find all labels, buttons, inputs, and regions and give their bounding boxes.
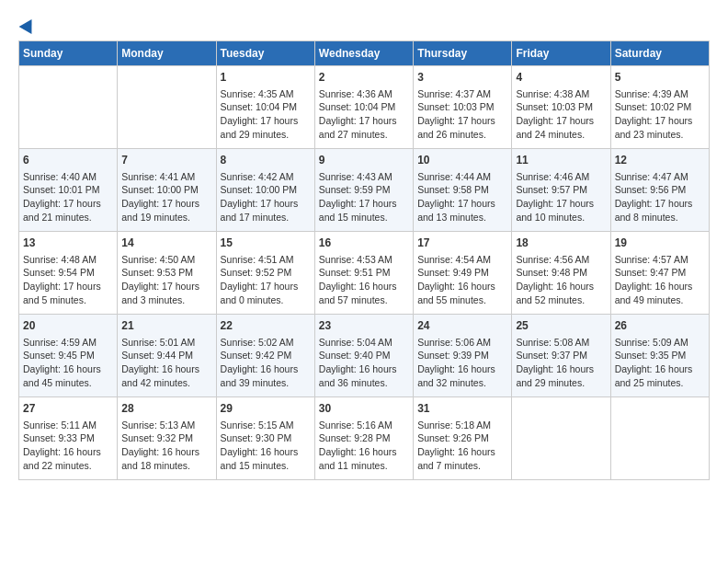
cell-info: Daylight: 16 hours and 11 minutes. <box>319 445 409 472</box>
cell-info: Daylight: 16 hours and 32 minutes. <box>417 362 507 389</box>
calendar-cell <box>19 66 118 149</box>
day-number: 18 <box>516 236 606 251</box>
cell-info: Sunrise: 4:48 AM <box>23 253 113 267</box>
calendar-cell: 1Sunrise: 4:35 AMSunset: 10:04 PMDayligh… <box>216 66 314 149</box>
cell-info: Sunset: 9:26 PM <box>417 431 507 445</box>
day-number: 15 <box>221 236 311 251</box>
calendar-week-row: 6Sunrise: 4:40 AMSunset: 10:01 PMDayligh… <box>19 149 710 232</box>
cell-info: Sunrise: 4:38 AM <box>516 87 606 101</box>
calendar-cell: 29Sunrise: 5:15 AMSunset: 9:30 PMDayligh… <box>216 397 314 480</box>
day-number: 25 <box>516 318 606 334</box>
cell-info: Sunset: 9:45 PM <box>23 349 113 362</box>
calendar-cell <box>118 66 216 149</box>
calendar-cell: 7Sunrise: 4:41 AMSunset: 10:00 PMDayligh… <box>118 149 216 232</box>
calendar-cell: 13Sunrise: 4:48 AMSunset: 9:54 PMDayligh… <box>19 232 118 315</box>
day-number: 27 <box>23 401 113 417</box>
cell-info: Daylight: 17 hours and 27 minutes. <box>319 114 409 141</box>
cell-info: Sunrise: 5:15 AM <box>221 419 311 432</box>
calendar-cell: 9Sunrise: 4:43 AMSunset: 9:59 PMDaylight… <box>314 149 413 232</box>
calendar-cell <box>512 397 610 480</box>
day-number: 20 <box>23 318 113 334</box>
cell-info: Sunrise: 5:16 AM <box>319 419 409 432</box>
cell-info: Sunset: 9:59 PM <box>319 183 409 197</box>
cell-info: Sunrise: 4:57 AM <box>615 253 705 267</box>
calendar-cell: 25Sunrise: 5:08 AMSunset: 9:37 PMDayligh… <box>512 315 610 397</box>
cell-info: Sunrise: 5:18 AM <box>417 419 507 432</box>
day-number: 8 <box>221 153 311 168</box>
cell-info: Sunrise: 4:35 AM <box>221 87 311 101</box>
cell-info: Sunrise: 4:42 AM <box>221 170 311 184</box>
cell-info: Sunset: 9:35 PM <box>615 349 705 362</box>
calendar-cell: 19Sunrise: 4:57 AMSunset: 9:47 PMDayligh… <box>610 232 709 315</box>
cell-info: Sunset: 10:00 PM <box>121 183 211 197</box>
calendar-cell: 30Sunrise: 5:16 AMSunset: 9:28 PMDayligh… <box>314 397 413 480</box>
cell-info: Sunrise: 4:47 AM <box>615 170 705 184</box>
cell-info: Daylight: 16 hours and 29 minutes. <box>516 362 606 389</box>
cell-info: Daylight: 17 hours and 17 minutes. <box>221 197 311 224</box>
cell-info: Sunrise: 5:04 AM <box>319 336 409 350</box>
cell-info: Sunrise: 4:41 AM <box>121 170 211 184</box>
cell-info: Sunset: 9:53 PM <box>121 266 211 280</box>
day-number: 22 <box>221 318 311 334</box>
cell-info: Sunset: 9:51 PM <box>319 266 409 280</box>
cell-info: Sunset: 9:30 PM <box>221 431 311 445</box>
cell-info: Daylight: 16 hours and 36 minutes. <box>319 362 409 389</box>
day-of-week-header: Friday <box>512 41 610 66</box>
cell-info: Daylight: 17 hours and 5 minutes. <box>23 280 113 306</box>
calendar-cell: 27Sunrise: 5:11 AMSunset: 9:33 PMDayligh… <box>19 397 118 480</box>
day-number: 31 <box>417 401 507 417</box>
day-number: 10 <box>417 153 507 168</box>
cell-info: Daylight: 16 hours and 25 minutes. <box>615 362 705 389</box>
cell-info: Daylight: 17 hours and 13 minutes. <box>417 197 507 224</box>
cell-info: Daylight: 17 hours and 21 minutes. <box>23 197 113 224</box>
calendar-cell: 5Sunrise: 4:39 AMSunset: 10:02 PMDayligh… <box>610 66 709 149</box>
cell-info: Sunset: 9:33 PM <box>23 431 113 445</box>
cell-info: Sunrise: 4:53 AM <box>319 253 409 267</box>
cell-info: Sunset: 9:47 PM <box>615 266 705 280</box>
cell-info: Daylight: 16 hours and 7 minutes. <box>417 445 507 472</box>
day-number: 4 <box>516 70 606 86</box>
day-number: 16 <box>319 236 409 251</box>
calendar-cell: 24Sunrise: 5:06 AMSunset: 9:39 PMDayligh… <box>414 315 512 397</box>
cell-info: Sunset: 9:49 PM <box>417 266 507 280</box>
calendar-cell: 6Sunrise: 4:40 AMSunset: 10:01 PMDayligh… <box>19 149 118 232</box>
cell-info: Daylight: 16 hours and 39 minutes. <box>221 362 311 389</box>
cell-info: Daylight: 17 hours and 15 minutes. <box>319 197 409 224</box>
cell-info: Sunrise: 4:39 AM <box>615 87 705 101</box>
cell-info: Sunset: 9:32 PM <box>121 431 211 445</box>
cell-info: Sunset: 10:03 PM <box>516 100 606 114</box>
cell-info: Daylight: 16 hours and 45 minutes. <box>23 362 113 389</box>
cell-info: Daylight: 16 hours and 55 minutes. <box>417 280 507 306</box>
day-number: 17 <box>417 236 507 251</box>
cell-info: Daylight: 17 hours and 0 minutes. <box>221 280 311 306</box>
cell-info: Sunrise: 4:43 AM <box>319 170 409 184</box>
calendar-cell: 14Sunrise: 4:50 AMSunset: 9:53 PMDayligh… <box>118 232 216 315</box>
calendar-cell: 16Sunrise: 4:53 AMSunset: 9:51 PMDayligh… <box>314 232 413 315</box>
calendar-cell: 22Sunrise: 5:02 AMSunset: 9:42 PMDayligh… <box>216 315 314 397</box>
cell-info: Daylight: 16 hours and 18 minutes. <box>121 445 211 472</box>
calendar-cell: 15Sunrise: 4:51 AMSunset: 9:52 PMDayligh… <box>216 232 314 315</box>
cell-info: Sunset: 9:56 PM <box>615 183 705 197</box>
cell-info: Daylight: 17 hours and 23 minutes. <box>615 114 705 141</box>
cell-info: Sunset: 9:40 PM <box>319 349 409 362</box>
cell-info: Sunrise: 4:56 AM <box>516 253 606 267</box>
logo <box>18 18 36 31</box>
cell-info: Sunrise: 4:54 AM <box>417 253 507 267</box>
day-number: 12 <box>615 153 705 168</box>
day-of-week-header: Monday <box>118 41 216 66</box>
day-number: 29 <box>221 401 311 417</box>
cell-info: Sunrise: 4:51 AM <box>221 253 311 267</box>
day-number: 9 <box>319 153 409 168</box>
cell-info: Daylight: 16 hours and 52 minutes. <box>516 280 606 306</box>
day-number: 1 <box>221 70 311 86</box>
cell-info: Sunrise: 4:50 AM <box>121 253 211 267</box>
day-of-week-header: Saturday <box>610 41 709 66</box>
calendar-cell: 10Sunrise: 4:44 AMSunset: 9:58 PMDayligh… <box>414 149 512 232</box>
calendar-cell: 4Sunrise: 4:38 AMSunset: 10:03 PMDayligh… <box>512 66 610 149</box>
day-number: 19 <box>615 236 705 251</box>
cell-info: Sunrise: 4:46 AM <box>516 170 606 184</box>
day-number: 2 <box>319 70 409 86</box>
calendar-cell: 2Sunrise: 4:36 AMSunset: 10:04 PMDayligh… <box>314 66 413 149</box>
day-number: 13 <box>23 236 113 251</box>
calendar-week-row: 27Sunrise: 5:11 AMSunset: 9:33 PMDayligh… <box>19 397 710 480</box>
